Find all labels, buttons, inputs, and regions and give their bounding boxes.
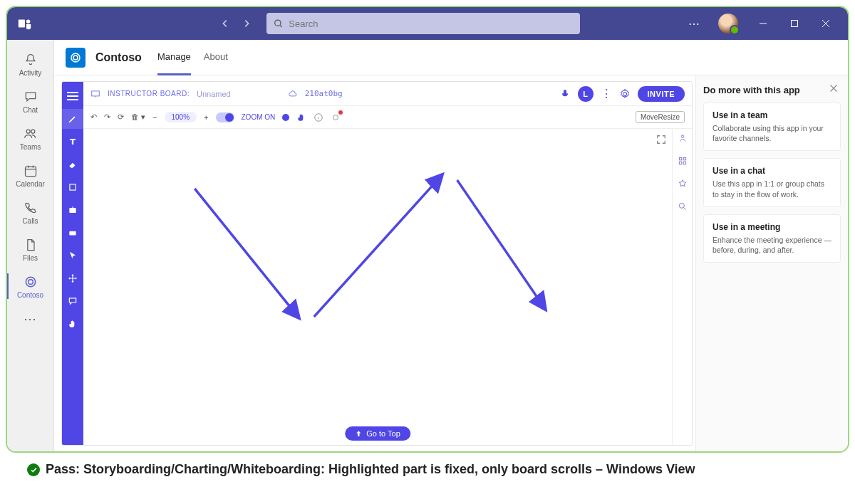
contoso-app-icon: [23, 274, 38, 290]
gear-icon[interactable]: [619, 88, 631, 100]
info-icon[interactable]: [314, 112, 323, 122]
rail-item-activity[interactable]: Activity: [7, 46, 54, 83]
search-input[interactable]: [289, 19, 573, 29]
delete-button[interactable]: 🗑 ▾: [131, 112, 145, 122]
svg-rect-12: [69, 208, 76, 213]
redo-button[interactable]: ↷: [104, 112, 110, 122]
tab-about[interactable]: About: [204, 40, 228, 75]
rail-item-files[interactable]: Files: [7, 231, 54, 268]
grid-icon[interactable]: [678, 156, 688, 166]
svg-line-18: [314, 176, 442, 317]
close-panel-button[interactable]: [829, 84, 841, 95]
svg-point-7: [26, 277, 35, 286]
right-panel: Do more with this app Use in a team Coll…: [695, 75, 848, 451]
whiteboard-rightrail: [672, 129, 692, 445]
user-chip[interactable]: L: [578, 86, 594, 102]
rail-label: Activity: [19, 69, 42, 77]
calendar-icon: [23, 163, 38, 179]
cloud-icon[interactable]: [288, 89, 298, 99]
zoom-in-button[interactable]: +: [204, 113, 208, 122]
svg-rect-3: [792, 21, 798, 27]
contoso-logo-icon: [66, 48, 86, 68]
svg-rect-11: [70, 184, 76, 190]
text-tool[interactable]: [62, 132, 83, 152]
window-minimize-button[interactable]: [751, 14, 775, 33]
suggestion-card-chat[interactable]: Use in a chat Use this app in 1:1 or gro…: [703, 158, 841, 206]
rail-label: Contoso: [17, 291, 43, 299]
go-to-top-button[interactable]: Go to Top: [345, 426, 410, 441]
mic-icon[interactable]: [559, 88, 571, 100]
search-box[interactable]: [266, 13, 580, 34]
rail-more-button[interactable]: ⋯: [7, 305, 54, 333]
add-tool[interactable]: [62, 200, 83, 220]
comment-tool[interactable]: [62, 291, 83, 311]
move-tool[interactable]: [62, 268, 83, 288]
nav-back-button[interactable]: [218, 16, 232, 31]
whiteboard-toolbar-top: ↶ ↷ ⟳ 🗑 ▾ − 100% + ZOOM ON: [83, 106, 692, 129]
rail-item-calls[interactable]: Calls: [7, 194, 54, 231]
pointer-tool[interactable]: [62, 246, 83, 266]
eraser-tool[interactable]: [62, 154, 83, 174]
rail-item-teams[interactable]: Teams: [7, 120, 54, 157]
undo-button[interactable]: ↶: [90, 112, 97, 122]
pen-tool[interactable]: [62, 109, 83, 129]
screenshot-frame: ⋯ Activity Chat Teams Calendar: [6, 6, 849, 453]
board-more-button[interactable]: ⋮: [601, 87, 612, 100]
search-board-icon[interactable]: [678, 201, 688, 211]
svg-point-10: [73, 56, 78, 60]
board-name[interactable]: Unnamed: [197, 90, 231, 98]
app-title: Contoso: [95, 51, 142, 64]
hand-tool[interactable]: [62, 314, 83, 334]
layers-tool[interactable]: [62, 223, 83, 243]
move-resize-button[interactable]: MoveResize: [636, 111, 685, 123]
hamburger-button[interactable]: [62, 86, 83, 106]
search-icon: [274, 19, 283, 28]
invite-button[interactable]: INVITE: [638, 86, 685, 102]
suggestion-card-meeting[interactable]: Use in a meeting Enhance the meeting exp…: [703, 214, 841, 263]
svg-point-20: [681, 135, 684, 138]
svg-rect-6: [25, 167, 36, 176]
check-icon: [27, 463, 40, 476]
rail-item-chat[interactable]: Chat: [7, 83, 54, 120]
tab-manage[interactable]: Manage: [157, 40, 191, 75]
whiteboard-canvas[interactable]: Go to Top: [83, 129, 672, 445]
rail-label: Chat: [23, 106, 38, 114]
svg-rect-23: [679, 162, 682, 164]
zoom-out-button[interactable]: −: [152, 113, 157, 122]
validation-caption: Pass: Storyboarding/Charting/Whiteboardi…: [27, 461, 828, 478]
svg-point-16: [333, 115, 338, 120]
people-icon: [23, 126, 38, 142]
user-avatar[interactable]: [718, 14, 738, 33]
board-icon: [90, 89, 100, 99]
board-code: 210at0bg: [305, 89, 343, 98]
star-icon[interactable]: [678, 179, 688, 189]
svg-rect-13: [69, 231, 76, 236]
rail-label: Calls: [22, 217, 38, 225]
pan-icon[interactable]: [296, 112, 306, 122]
zoom-level[interactable]: 100%: [165, 112, 197, 122]
titlebar-more-button[interactable]: ⋯: [684, 17, 705, 31]
zoom-toggle[interactable]: [216, 112, 234, 122]
titlebar: ⋯: [7, 7, 848, 40]
rail-item-contoso[interactable]: Contoso: [7, 268, 54, 305]
notification-icon[interactable]: [331, 112, 341, 122]
svg-rect-0: [19, 20, 25, 28]
window-close-button[interactable]: [814, 14, 838, 33]
rail-label: Calendar: [16, 180, 45, 188]
suggestion-card-team[interactable]: Use in a team Collaborate using this app…: [703, 103, 841, 151]
shape-tool[interactable]: [62, 177, 83, 197]
canvas-drawing: [83, 129, 672, 445]
svg-point-8: [28, 279, 33, 284]
svg-point-9: [71, 53, 80, 62]
nav-forward-button[interactable]: [239, 16, 254, 31]
participant-icon[interactable]: [678, 133, 688, 143]
phone-icon: [23, 200, 38, 216]
svg-rect-14: [92, 90, 100, 95]
whiteboard-topbar: INSTRUCTOR BOARD: Unnamed 210at0bg L ⋮: [83, 82, 692, 106]
rail-item-calendar[interactable]: Calendar: [7, 157, 54, 194]
window-maximize-button[interactable]: [782, 14, 807, 33]
refresh-button[interactable]: ⟳: [118, 112, 124, 122]
color-swatch[interactable]: [282, 114, 289, 121]
fullscreen-icon[interactable]: [656, 135, 666, 145]
rail-label: Files: [23, 254, 38, 262]
